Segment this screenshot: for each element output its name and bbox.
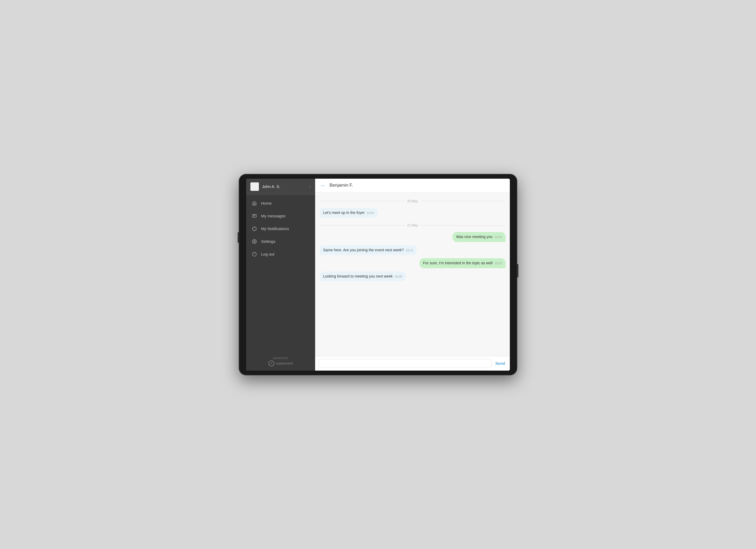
powered-by-label: powered by [273, 356, 288, 359]
chat-contact-name: Benjamin F. [329, 183, 353, 188]
sidebar-item-my-notifications[interactable]: My Notifications [246, 223, 315, 235]
message-bubble: Let's meet up in the foyer 14:41 [319, 208, 378, 218]
date-label-20-may: 20 May [407, 199, 418, 203]
brand-name: superevent [276, 361, 293, 365]
user-name: John A. S. [262, 184, 306, 189]
svg-rect-0 [253, 215, 257, 218]
divider-line [420, 225, 506, 226]
message-time: 14:42 [494, 235, 502, 239]
message-bubble: Looking forward to meeting you next week… [319, 272, 406, 281]
message-text: For sure, I'm interested in the topic as… [423, 261, 493, 266]
tablet-screen: John A. S. › Home [246, 179, 510, 370]
sidebar-nav: Home My messages [246, 195, 315, 352]
sidebar-item-settings[interactable]: Settings [246, 235, 315, 248]
messages-icon [251, 213, 257, 219]
tablet-button-left [238, 232, 239, 243]
chat-area: ← Benjamin F. 20 May Let's meet up in th… [315, 179, 510, 370]
date-divider-21-may: 21 May [319, 224, 506, 227]
tablet-frame: John A. S. › Home [239, 174, 517, 375]
settings-icon [251, 239, 257, 245]
sidebar-item-home[interactable]: Home [246, 197, 315, 210]
chat-header: ← Benjamin F. [315, 179, 510, 193]
message-row: Was nice meeting you 14:42 [319, 232, 506, 242]
date-label-21-may: 21 May [407, 224, 418, 227]
message-row: Same here. Are you joining the event nex… [319, 245, 506, 255]
divider-line [319, 225, 405, 226]
message-text: Same here. Are you joining the event nex… [323, 248, 404, 253]
home-icon [251, 201, 257, 206]
message-bubble: Was nice meeting you 14:42 [452, 232, 506, 242]
divider-line [420, 201, 506, 201]
notifications-icon [251, 226, 257, 232]
message-row: Looking forward to meeting you next week… [319, 272, 506, 281]
message-text: Let's meet up in the foyer [323, 210, 365, 216]
svg-point-2 [254, 241, 255, 242]
divider-line [319, 201, 405, 201]
sidebar-item-my-notifications-label: My Notifications [261, 227, 289, 231]
message-time: 14:41 [367, 211, 374, 215]
send-button[interactable]: Send [494, 361, 506, 365]
sidebar-footer: powered by ✦ superevent [246, 352, 315, 370]
superevent-logo-icon: ✦ [268, 360, 274, 366]
message-time: 15:26 [395, 274, 402, 278]
date-divider-20-may: 20 May [319, 199, 506, 203]
sidebar: John A. S. › Home [246, 179, 315, 370]
message-bubble: Same here. Are you joining the event nex… [319, 245, 417, 255]
sidebar-item-home-label: Home [261, 201, 272, 206]
message-row: Let's meet up in the foyer 14:41 [319, 208, 506, 218]
avatar [250, 182, 259, 191]
chevron-right-icon: › [310, 185, 311, 189]
back-button[interactable]: ← [320, 182, 326, 189]
message-time: 15:11 [406, 249, 413, 253]
message-input[interactable] [319, 359, 492, 368]
message-bubble: For sure, I'm interested in the topic as… [419, 258, 506, 268]
message-time: 15:23 [494, 262, 502, 266]
sidebar-item-log-out[interactable]: Log out [246, 248, 315, 261]
message-text: Looking forward to meeting you next week [323, 274, 393, 279]
sidebar-item-my-messages[interactable]: My messages [246, 210, 315, 223]
sidebar-item-my-messages-label: My messages [261, 214, 286, 218]
superevent-logo: ✦ superevent [268, 360, 293, 366]
tablet-button-right [517, 264, 518, 277]
logout-icon [251, 251, 257, 257]
chat-input-area: Send [315, 356, 510, 370]
sidebar-user-profile[interactable]: John A. S. › [246, 179, 315, 195]
message-text: Was nice meeting you [456, 234, 492, 240]
sidebar-item-log-out-label: Log out [261, 252, 274, 256]
sidebar-item-settings-label: Settings [261, 239, 275, 244]
chat-messages: 20 May Let's meet up in the foyer 14:41 … [315, 193, 510, 356]
message-row: For sure, I'm interested in the topic as… [319, 258, 506, 268]
